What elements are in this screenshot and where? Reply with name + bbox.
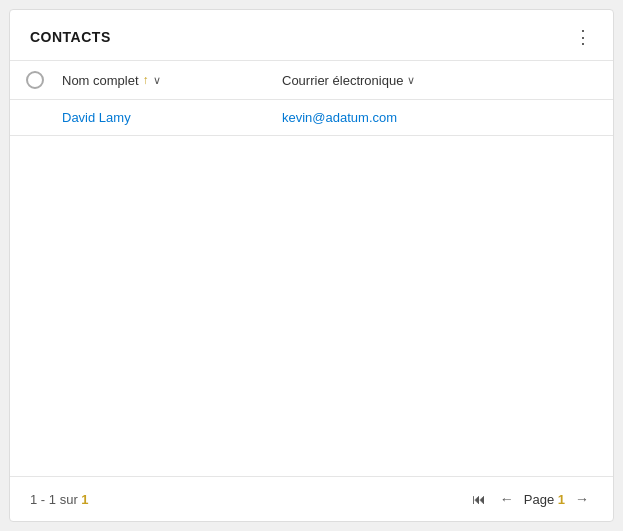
range-separator: - [41, 492, 49, 507]
contact-email-cell: kevin@adatum.com [282, 110, 597, 125]
name-col-label: Nom complet [62, 73, 139, 88]
contacts-table: Nom complet ↑ ∨ Courrier électronique ∨ … [10, 61, 613, 476]
contact-name-link[interactable]: David Lamy [62, 110, 131, 125]
total-label: sur [60, 492, 82, 507]
sort-ascending-icon[interactable]: ↑ [143, 73, 149, 87]
table-row: David Lamy kevin@adatum.com [10, 100, 613, 136]
email-column-header: Courrier électronique ∨ [282, 73, 597, 88]
prev-page-button[interactable]: ← [496, 489, 518, 509]
contacts-card: CONTACTS ⋮ Nom complet ↑ ∨ Courrier élec… [9, 9, 614, 522]
card-header: CONTACTS ⋮ [10, 10, 613, 61]
more-options-icon[interactable]: ⋮ [574, 28, 593, 46]
contact-name-cell: David Lamy [62, 110, 282, 125]
name-column-header: Nom complet ↑ ∨ [62, 73, 282, 88]
name-col-chevron-icon[interactable]: ∨ [153, 74, 161, 87]
current-page-number: 1 [558, 492, 565, 507]
pagination-info: 1 - 1 sur 1 [30, 492, 89, 507]
card-footer: 1 - 1 sur 1 ⏮ ← Page 1 → [10, 476, 613, 521]
table-header-row: Nom complet ↑ ∨ Courrier électronique ∨ [10, 61, 613, 100]
range-start: 1 [30, 492, 37, 507]
select-all-checkbox[interactable] [26, 71, 44, 89]
page-label-text: Page 1 [524, 492, 565, 507]
pagination-controls: ⏮ ← Page 1 → [468, 489, 593, 509]
email-col-label: Courrier électronique [282, 73, 403, 88]
first-page-button[interactable]: ⏮ [468, 489, 490, 509]
email-col-chevron-icon[interactable]: ∨ [407, 74, 415, 87]
page-title: CONTACTS [30, 29, 111, 45]
contact-email-value: kevin@adatum.com [282, 110, 397, 125]
range-end: 1 [49, 492, 56, 507]
next-page-button[interactable]: → [571, 489, 593, 509]
total-count: 1 [81, 492, 88, 507]
checkbox-col [26, 71, 62, 89]
